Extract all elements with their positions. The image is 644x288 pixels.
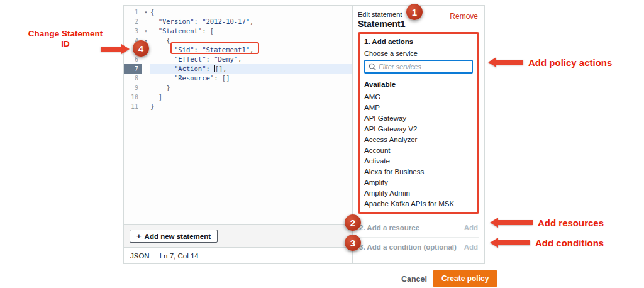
service-item[interactable]: Amplify [364,177,473,188]
cursor-position-label: Ln 7, Col 14 [160,252,199,260]
code-text: "Statement": [ [150,26,352,36]
line-number: 3 [124,26,142,36]
fold-spacer [142,74,150,83]
code-line-1[interactable]: 1▾{ [124,8,352,17]
line-number: 7 [124,64,142,74]
fold-spacer [142,64,150,74]
editor-footer-bar: + Add new statement [124,224,352,247]
service-item[interactable]: Access Analyzer [364,135,473,145]
service-item[interactable]: Amplify Admin [364,188,473,199]
add-resource-label: 2. Add a resource [359,224,419,231]
arrow-left-actions-icon [488,57,523,67]
fold-arrow-icon[interactable]: ▾ [142,26,150,36]
policy-editor-card: 1▾{2 "Version": "2012-10-17",3▾ "Stateme… [123,5,485,264]
annotation-add-policy-actions: Add policy actions [528,57,612,68]
code-text: "Sid": "Statement1", [150,45,352,55]
service-item[interactable]: Activate [364,156,473,167]
add-new-statement-label: Add new statement [145,233,211,240]
editor-status-bar: JSON Ln 7, Col 14 [124,247,352,263]
code-text: { [150,36,352,45]
line-number: 1 [124,8,142,17]
search-icon [369,63,376,70]
code-line-5[interactable]: 5 "Sid": "Statement1", [124,45,352,55]
editor-mode-label: JSON [130,252,150,260]
line-number: 8 [124,74,142,83]
service-item[interactable]: Alexa for Business [364,167,473,177]
annotation-badge-1: 1 [406,4,423,20]
plus-icon: + [136,232,142,240]
available-label: Available [364,80,473,88]
add-actions-section: 1. Add actions Choose a service Availabl… [358,32,479,214]
code-text: { [150,8,352,17]
line-number: 11 [124,102,142,111]
choose-service-label: Choose a service [364,50,473,57]
arrow-left-resources-icon [490,218,533,228]
add-condition-button[interactable]: Add [464,243,478,251]
arrow-left-conditions-icon [490,238,530,248]
code-text: } [150,83,352,92]
code-text: "Resource": [] [150,74,352,83]
code-line-4[interactable]: 4▾ { [124,36,352,45]
line-number: 2 [124,17,142,26]
arrow-right-icon [101,44,130,54]
service-item[interactable]: API Gateway V2 [364,124,473,135]
code-line-9[interactable]: 9 } [124,83,352,92]
code-line-10[interactable]: 10 ] [124,92,352,102]
code-text: "Version": "2012-10-17", [150,17,352,26]
annotation-badge-3: 3 [345,235,361,251]
edit-statement-panel: Edit statement Statement1 Remove 1. Add … [353,6,484,263]
line-number: 10 [124,92,142,102]
code-line-11[interactable]: 11} [124,102,352,111]
code-line-3[interactable]: 3▾ "Statement": [ [124,26,352,36]
fold-spacer [142,83,150,92]
add-resource-button[interactable]: Add [464,224,478,231]
code-text: ] [150,92,352,102]
code-text: "Action": [], [150,64,352,74]
cancel-button[interactable]: Cancel [401,275,427,284]
fold-spacer [142,17,150,26]
annotation-change-statement-id: Change Statement ID [25,29,106,49]
service-item[interactable]: API Gateway [364,113,473,124]
code-text: "Effect": "Deny", [150,55,352,64]
service-search-box [364,60,473,74]
annotation-badge-4: 4 [133,40,149,57]
service-item[interactable]: Apache Kafka APIs for MSK [364,199,473,209]
add-resource-row: 2. Add a resource Add [358,218,479,237]
code-text: } [150,102,352,111]
code-line-6[interactable]: 6 "Effect": "Deny", [124,55,352,64]
service-list: AMGAMPAPI GatewayAPI Gateway V2Access An… [364,92,473,209]
add-condition-row: 3. Add a condition (optional) Add [358,237,479,257]
editor-lines: 1▾{2 "Version": "2012-10-17",3▾ "Stateme… [124,8,352,111]
service-item[interactable]: AMP [364,102,473,113]
code-area[interactable]: 1▾{2 "Version": "2012-10-17",3▾ "Stateme… [124,6,352,224]
json-editor: 1▾{2 "Version": "2012-10-17",3▾ "Stateme… [124,6,353,263]
remove-statement-link[interactable]: Remove [450,12,478,21]
add-actions-title: 1. Add actions [364,38,473,45]
service-item[interactable]: AMG [364,92,473,102]
service-item[interactable]: Account [364,145,473,156]
fold-spacer [142,92,150,102]
code-line-8[interactable]: 8 "Resource": [] [124,74,352,83]
annotation-badge-2: 2 [345,214,361,231]
annotation-add-conditions: Add conditions [535,238,604,248]
line-number: 9 [124,83,142,92]
code-line-7[interactable]: 7 "Action": [], [124,64,352,74]
add-condition-label: 3. Add a condition (optional) [359,243,457,251]
add-new-statement-button[interactable]: + Add new statement [130,230,218,243]
fold-spacer [142,102,150,111]
code-line-2[interactable]: 2 "Version": "2012-10-17", [124,17,352,26]
filter-services-input[interactable] [379,63,469,70]
annotation-add-resources: Add resources [538,218,604,228]
fold-arrow-icon[interactable]: ▾ [142,8,150,17]
create-policy-button[interactable]: Create policy [433,270,497,287]
